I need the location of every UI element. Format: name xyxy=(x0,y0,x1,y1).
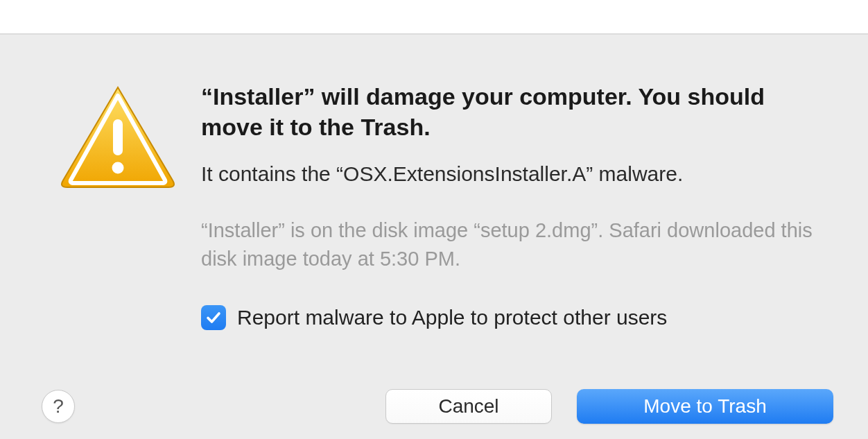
dialog-title: “Installer” will damage your computer. Y… xyxy=(201,82,826,142)
window-top-bar xyxy=(0,0,868,35)
content-column: “Installer” will damage your computer. Y… xyxy=(201,64,833,439)
svg-rect-0 xyxy=(113,119,123,155)
warning-triangle-icon xyxy=(59,83,177,193)
svg-point-1 xyxy=(112,162,124,174)
cancel-button[interactable]: Cancel xyxy=(385,389,552,424)
report-checkbox-label[interactable]: Report malware to Apple to protect other… xyxy=(237,306,667,329)
dialog-info-text: “Installer” is on the disk image “setup … xyxy=(201,216,826,273)
help-button[interactable]: ? xyxy=(42,390,75,423)
move-to-trash-button[interactable]: Move to Trash xyxy=(577,389,833,424)
dialog-subtitle: It contains the “OSX.ExtensionsInstaller… xyxy=(201,160,826,189)
icon-column xyxy=(35,64,201,439)
help-icon: ? xyxy=(53,395,64,418)
check-icon xyxy=(205,309,222,326)
malware-warning-dialog: “Installer” will damage your computer. Y… xyxy=(0,35,868,439)
button-row: ? Cancel Move to Trash xyxy=(0,389,868,424)
report-checkbox-row: Report malware to Apple to protect other… xyxy=(201,305,826,330)
report-checkbox[interactable] xyxy=(201,305,226,330)
